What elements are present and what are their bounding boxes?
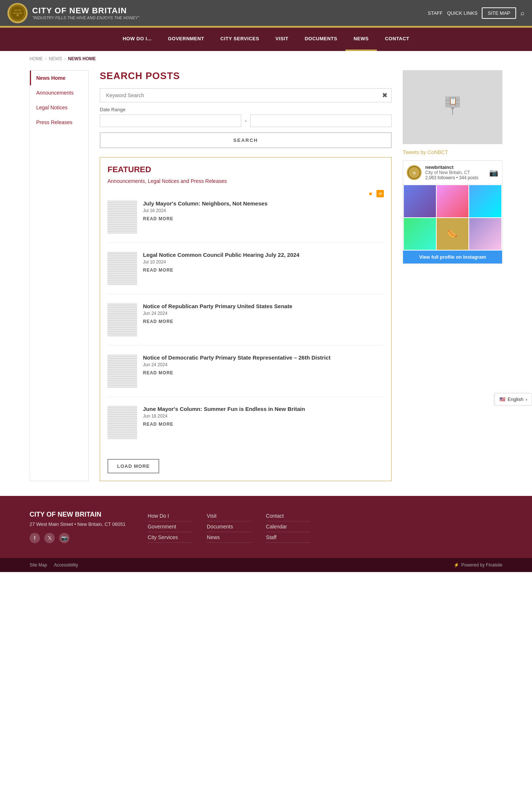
instagram-post[interactable] — [437, 185, 469, 217]
nav-item-how-do-i[interactable]: HOW DO I... — [115, 28, 160, 51]
footer-link-news[interactable]: News — [207, 532, 251, 543]
svg-text:CITY OF: CITY OF — [14, 10, 21, 11]
breadcrumb: HOME › NEWS › NEWS HOME — [0, 51, 532, 67]
sidebar-item-press-releases[interactable]: Press Releases — [30, 115, 88, 130]
main-nav: HOW DO I... GOVERNMENT CITY SERVICES VIS… — [0, 28, 532, 51]
powered-by: ⚡ Powered by Finalsite — [454, 562, 502, 568]
featured-subtitle: Announcements, Legal Notices and Press R… — [108, 178, 384, 184]
news-date: Jun 18 2024 — [143, 414, 384, 419]
instagram-post[interactable] — [404, 185, 436, 217]
date-from-input[interactable] — [100, 115, 241, 127]
keyword-search-input[interactable] — [104, 89, 382, 102]
news-item: Legal Notice Common Council Public Heari… — [108, 252, 384, 294]
read-more-link[interactable]: READ MORE — [143, 319, 173, 324]
read-more-link[interactable]: READ MORE — [143, 370, 173, 375]
feed-icons: ■ ✉ — [108, 190, 384, 197]
footer-col-3: Contact Calendar Staff — [266, 511, 310, 543]
search-icon-button[interactable]: ⌕ — [521, 9, 525, 17]
read-more-link[interactable]: READ MORE — [143, 268, 173, 273]
search-clear-icon[interactable]: ✖ — [382, 91, 388, 99]
instagram-icon[interactable]: 📷 — [59, 533, 69, 543]
nav-item-contact[interactable]: CONTACT — [377, 28, 417, 51]
news-thumbnail — [108, 406, 137, 439]
instagram-posts: 344 posts — [459, 175, 478, 180]
sidebar-item-legal-notices[interactable]: Legal Notices — [30, 100, 88, 115]
featured-box: FEATURED Announcements, Legal Notices an… — [100, 157, 392, 481]
date-separator: - — [245, 118, 247, 124]
news-thumbnail — [108, 354, 137, 388]
footer-link-documents[interactable]: Documents — [207, 521, 251, 532]
news-title[interactable]: Notice of Democratic Party Primary State… — [143, 354, 384, 361]
instagram-post[interactable] — [469, 185, 501, 217]
load-more-button[interactable]: LOAD MORE — [108, 459, 159, 473]
facebook-icon[interactable]: f — [30, 533, 40, 543]
quick-links-button[interactable]: QUICK LINKS — [447, 10, 477, 16]
read-more-link[interactable]: READ MORE — [143, 422, 173, 427]
search-button[interactable]: SEARCH — [100, 132, 392, 148]
footer-bottom: Site Map Accessibility ⚡ Powered by Fina… — [0, 558, 532, 572]
sidebar-item-news-home[interactable]: News Home — [30, 71, 88, 85]
news-thumbnail — [108, 303, 137, 336]
news-content: July Mayor's Column: Neighbors, Not Neme… — [143, 200, 384, 234]
nav-item-documents[interactable]: DOCUMENTS — [297, 28, 345, 51]
news-title[interactable]: June Mayor's Column: Summer Fun is Endle… — [143, 406, 384, 412]
footer-address: 27 West Main Street • New Britain, CT 06… — [30, 521, 126, 527]
instagram-location: City of New Britain, CT — [425, 170, 485, 175]
footer-link-staff[interactable]: Staff — [266, 532, 310, 543]
instagram-post[interactable] — [469, 218, 501, 250]
read-more-link[interactable]: READ MORE — [143, 216, 173, 221]
footer-link-government[interactable]: Government — [148, 521, 192, 532]
date-to-input[interactable] — [250, 115, 392, 127]
language-label: English — [508, 397, 524, 402]
top-bar: CITY OF NEW BRITAIN ⚙ CITY OF NEW BRITAI… — [0, 0, 532, 26]
instagram-post[interactable] — [404, 218, 436, 250]
news-date: Jul 16 2024 — [143, 208, 384, 213]
news-thumbnail — [108, 252, 137, 285]
footer-link-city-services[interactable]: City Services — [148, 532, 192, 543]
site-title-block: CITY OF NEW BRITAIN "INDUSTRY FILLS THE … — [32, 6, 139, 20]
nav-item-city-services[interactable]: CITY SERVICES — [212, 28, 267, 51]
search-posts-title: SEARCH POSTS — [100, 70, 392, 82]
nav-item-government[interactable]: GOVERNMENT — [160, 28, 212, 51]
news-title[interactable]: Legal Notice Common Council Public Heari… — [143, 252, 384, 258]
chevron-right-icon: › — [526, 397, 527, 402]
tweets-link[interactable]: Tweets by CoNBCT — [403, 149, 448, 155]
svg-text:⚙: ⚙ — [413, 171, 416, 175]
city-logo[interactable]: CITY OF NEW BRITAIN ⚙ — [7, 3, 28, 23]
news-content: Legal Notice Common Council Public Heari… — [143, 252, 384, 285]
map-placeholder: 📋 — [403, 70, 502, 144]
breadcrumb-home[interactable]: HOME — [30, 56, 43, 61]
breadcrumb-news[interactable]: NEWS — [49, 56, 62, 61]
instagram-widget: ⚙ newbritainct City of New Britain, CT 2… — [403, 160, 502, 264]
news-title[interactable]: July Mayor's Column: Neighbors, Not Neme… — [143, 200, 384, 207]
instagram-username: newbritainct — [425, 164, 485, 170]
twitter-icon[interactable]: 𝕏 — [44, 533, 55, 543]
rss-icon[interactable]: ■ — [367, 190, 374, 197]
news-thumbnail — [108, 200, 137, 234]
accessibility-link[interactable]: Accessibility — [54, 562, 78, 568]
email-icon[interactable]: ✉ — [376, 190, 384, 197]
date-range: - — [100, 115, 392, 127]
sidebar-item-announcements[interactable]: Announcements — [30, 85, 88, 100]
footer-link-contact[interactable]: Contact — [266, 511, 310, 521]
site-map-link[interactable]: Site Map — [30, 562, 47, 568]
instagram-view-profile-button[interactable]: View full profile on Instagram — [403, 251, 502, 263]
footer-link-how-do-i[interactable]: How Do I — [148, 511, 192, 521]
language-bar[interactable]: 🇺🇸 English › — [495, 393, 532, 405]
right-sidebar: 📋 Tweets by CoNBCT ⚙ newbritainct City o… — [403, 70, 502, 481]
site-map-button[interactable]: SITE MAP — [482, 7, 516, 19]
footer-city-name: CITY OF NEW BRITAIN — [30, 511, 126, 518]
staff-button[interactable]: STAFF — [428, 10, 443, 16]
nav-item-news[interactable]: NEWS — [345, 28, 377, 51]
nav-item-visit[interactable]: VISIT — [267, 28, 297, 51]
footer-link-calendar[interactable]: Calendar — [266, 521, 310, 532]
breadcrumb-sep2: › — [64, 56, 66, 61]
footer-links: How Do I Government City Services Visit … — [148, 511, 502, 543]
instagram-icon: 📷 — [489, 168, 498, 177]
news-title[interactable]: Notice of Republican Party Primary Unite… — [143, 303, 384, 309]
news-date: Jun 24 2024 — [143, 362, 384, 367]
news-item: July Mayor's Column: Neighbors, Not Neme… — [108, 200, 384, 243]
instagram-post[interactable]: 🌭 — [437, 218, 469, 250]
footer-link-visit[interactable]: Visit — [207, 511, 251, 521]
top-bar-right: STAFF QUICK LINKS SITE MAP ⌕ — [428, 7, 525, 19]
